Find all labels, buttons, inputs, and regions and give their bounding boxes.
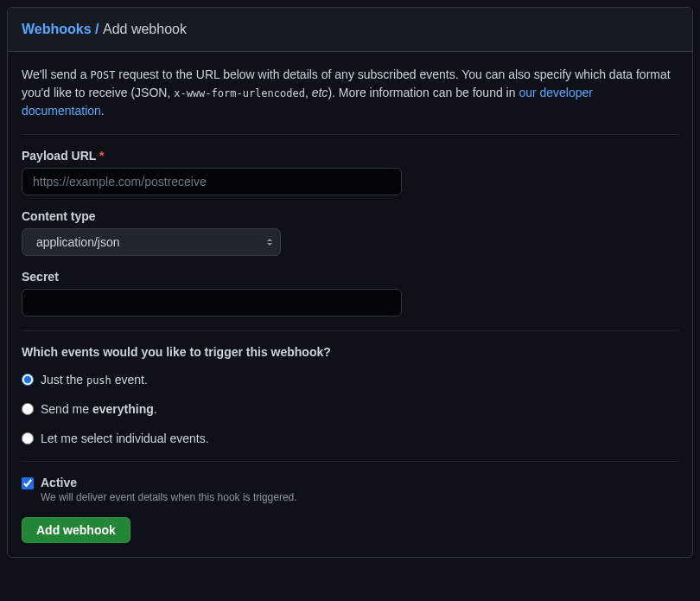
encoding-code: x-www-form-urlencoded [174,87,305,99]
breadcrumb-current: Add webhook [103,22,187,36]
event-label-everything[interactable]: Send me everything. [41,402,157,416]
event-radio-everything[interactable] [22,403,34,415]
event-option-individual: Let me select individual events. [22,432,678,445]
event-option-everything: Send me everything. [22,402,678,416]
event-label-individual[interactable]: Let me select individual events. [41,432,209,445]
payload-url-input[interactable] [22,168,402,195]
panel-body: We'll send a POST request to the URL bel… [8,52,692,557]
http-method-code: POST [90,69,115,81]
event-radio-individual[interactable] [22,432,34,444]
breadcrumb-webhooks-link[interactable]: Webhooks [22,22,92,36]
secret-label: Secret [22,270,678,284]
divider [22,134,678,135]
active-note: We will deliver event details when this … [41,491,297,503]
event-label-push[interactable]: Just the push event. [41,373,148,387]
payload-url-group: Payload URL * [22,149,678,195]
add-webhook-panel: Webhooks / Add webhook We'll send a POST… [7,7,693,558]
divider [22,330,678,331]
payload-url-label: Payload URL * [22,149,678,163]
add-webhook-button[interactable]: Add webhook [22,517,130,543]
active-label[interactable]: Active [41,476,297,489]
content-type-group: Content type application/json [22,209,678,256]
content-type-select[interactable]: application/json [22,228,281,256]
active-checkbox[interactable] [22,477,34,489]
divider [22,461,678,462]
event-option-push: Just the push event. [22,373,678,387]
secret-group: Secret [22,270,678,316]
secret-input[interactable] [22,289,402,316]
required-asterisk: * [99,149,104,163]
panel-header: Webhooks / Add webhook [8,8,692,52]
breadcrumb-sep: / [95,22,103,36]
event-radio-push[interactable] [22,374,34,386]
content-type-label: Content type [22,209,678,223]
events-question: Which events would you like to trigger t… [22,345,678,359]
intro-text: We'll send a POST request to the URL bel… [22,66,678,120]
active-row: Active We will deliver event details whe… [22,476,678,503]
